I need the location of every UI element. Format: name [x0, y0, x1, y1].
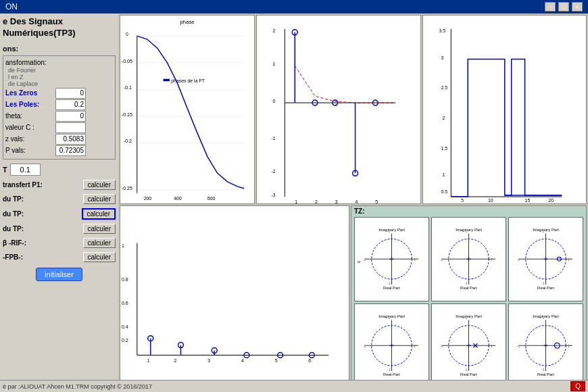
- right-area: phase 0 -0.05 -0.1 -0.15 -0.2 -0.25 200 …: [118, 14, 588, 392]
- calc-btn-3[interactable]: calculer: [83, 224, 116, 234]
- svg-text:1: 1: [414, 258, 416, 262]
- svg-text:3: 3: [335, 199, 338, 203]
- p-vals-input[interactable]: [55, 145, 86, 156]
- func-row-2: du TP: calculer: [3, 208, 116, 220]
- svg-text:5: 5: [461, 198, 464, 203]
- les-poles-row: Les Poles:: [5, 99, 113, 110]
- svg-text:-1: -1: [465, 368, 468, 371]
- svg-text:Imaginary Part: Imaginary Part: [533, 314, 559, 318]
- calc-btn-5[interactable]: calculer: [83, 252, 116, 262]
- svg-text:0: 0: [357, 260, 361, 263]
- theta-label: theta:: [5, 112, 53, 120]
- les-zeros-row: Les Zeros: [5, 88, 113, 99]
- t-label: T: [3, 166, 7, 174]
- minimize-button[interactable]: −: [545, 2, 556, 11]
- bottom-area: 1 0.8 0.6 0.4 0.2 1 2 3 4 5 6: [120, 205, 587, 391]
- svg-text:Imaginary Part: Imaginary Part: [378, 228, 405, 232]
- pz-svg-6: Imaginary Part Real Part -1 1 1 -1: [509, 304, 583, 387]
- pz-plot-3: Imaginary Part Real Part -1 1 1 -1: [508, 217, 583, 301]
- fourier-label: de Fourier: [8, 67, 113, 74]
- svg-text:10: 10: [487, 198, 493, 203]
- svg-text:0.5: 0.5: [441, 189, 447, 194]
- bottom-left-svg: 1 0.8 0.6 0.4 0.2 1 2 3 4 5 6: [120, 206, 349, 390]
- svg-text:-1: -1: [440, 258, 443, 262]
- pz-plot-2: Imaginary Part Real Part -1 1 1 -1: [431, 217, 506, 301]
- pz-svg-2: Imaginary Part Real Part -1 1 1 -1: [432, 218, 506, 301]
- main-content: e Des Signaux Numériques(TP3) ons: ansfo…: [0, 14, 588, 392]
- z-vals-row: z vals:: [5, 134, 113, 145]
- svg-text:-0.15: -0.15: [122, 112, 132, 117]
- pole-zero-grid: Imaginary Part Real Part 0 -1 1 1: [351, 206, 586, 390]
- svg-text:Imaginary Part: Imaginary Part: [378, 314, 405, 318]
- quit-button[interactable]: Q: [570, 381, 585, 391]
- valeur-c-input[interactable]: [55, 122, 86, 133]
- func-label-2: du TP:: [3, 210, 24, 218]
- svg-text:1: 1: [295, 199, 297, 203]
- func-row-0: transfert P1: calculer: [3, 180, 116, 190]
- svg-text:-1: -1: [517, 345, 520, 348]
- svg-text:-0.05: -0.05: [122, 59, 132, 64]
- initialiser-button[interactable]: initialiser: [36, 268, 82, 281]
- svg-text:3.5: 3.5: [439, 28, 445, 33]
- calc-btn-2[interactable]: calculer: [82, 208, 116, 220]
- laplace-label: de Laplace: [8, 80, 113, 87]
- les-zeros-label: Les Zeros: [5, 89, 53, 97]
- svg-text:2: 2: [174, 358, 177, 363]
- top-plots: phase 0 -0.05 -0.1 -0.15 -0.2 -0.25 200 …: [120, 15, 587, 204]
- les-zeros-input[interactable]: [55, 88, 86, 99]
- z-vals-input[interactable]: [55, 134, 86, 145]
- svg-text:0.2: 0.2: [122, 338, 128, 343]
- svg-text:20: 20: [548, 198, 554, 203]
- theta-input[interactable]: [55, 111, 86, 122]
- t-input[interactable]: [10, 164, 41, 176]
- svg-text:-0.1: -0.1: [124, 85, 132, 90]
- calc-btn-0[interactable]: calculer: [83, 180, 116, 190]
- svg-text:0.8: 0.8: [122, 277, 128, 282]
- svg-text:-1: -1: [465, 282, 468, 285]
- close-button[interactable]: ×: [572, 2, 583, 11]
- calc-btn-1[interactable]: calculer: [83, 194, 116, 204]
- svg-text:Real Part: Real Part: [383, 372, 400, 376]
- svg-text:0: 0: [126, 32, 128, 36]
- svg-text:1: 1: [147, 358, 150, 363]
- bottom-right-area: TZ: Imaginary Part Real Part 0: [351, 205, 587, 391]
- svg-text:Real Part: Real Part: [537, 286, 554, 290]
- func-row-4: β -RIF-: calculer: [3, 238, 116, 248]
- svg-text:4: 4: [241, 358, 244, 363]
- title-bar: ON − □ ×: [0, 0, 588, 14]
- svg-text:Imaginary Part: Imaginary Part: [456, 314, 482, 318]
- svg-text:-2: -2: [271, 169, 275, 174]
- func-row-3: du TP: calculer: [3, 224, 116, 234]
- les-poles-input[interactable]: [55, 99, 86, 110]
- func-row-1: du TP: calculer: [3, 194, 116, 204]
- svg-text:-1: -1: [542, 368, 545, 371]
- svg-text:Real Part: Real Part: [460, 372, 477, 376]
- svg-text:Real Part: Real Part: [537, 372, 554, 376]
- svg-text:1: 1: [122, 243, 124, 248]
- pz-plot-1: Imaginary Part Real Part 0 -1 1 1: [354, 217, 429, 301]
- svg-text:1: 1: [389, 316, 391, 319]
- svg-text:1: 1: [491, 345, 493, 348]
- phase-plot: phase 0 -0.05 -0.1 -0.15 -0.2 -0.25 200 …: [120, 15, 255, 204]
- svg-text:1: 1: [543, 230, 545, 233]
- svg-text:15: 15: [524, 198, 530, 203]
- p-vals-row: P vals:: [5, 145, 113, 156]
- title-text: ON: [5, 2, 18, 11]
- svg-text:phases de la FT: phases de la FT: [171, 78, 205, 84]
- svg-text:Real Part: Real Part: [460, 286, 477, 290]
- svg-text:600: 600: [207, 196, 216, 201]
- svg-text:1: 1: [466, 230, 468, 233]
- t-row: T: [3, 164, 116, 176]
- svg-text:-1: -1: [388, 368, 391, 371]
- svg-text:2: 2: [272, 28, 275, 33]
- tz-label: TZ:: [354, 207, 365, 215]
- svg-text:400: 400: [174, 196, 182, 201]
- pz-plot-5: Imaginary Part Real Part -1 1 1 -1: [431, 303, 506, 388]
- svg-text:2: 2: [442, 116, 445, 120]
- svg-text:2: 2: [315, 199, 318, 203]
- svg-text:-1: -1: [271, 136, 275, 141]
- maximize-button[interactable]: □: [558, 2, 569, 11]
- calc-btn-4[interactable]: calculer: [83, 238, 116, 248]
- svg-text:phase: phase: [180, 19, 195, 25]
- svg-text:1: 1: [272, 62, 275, 66]
